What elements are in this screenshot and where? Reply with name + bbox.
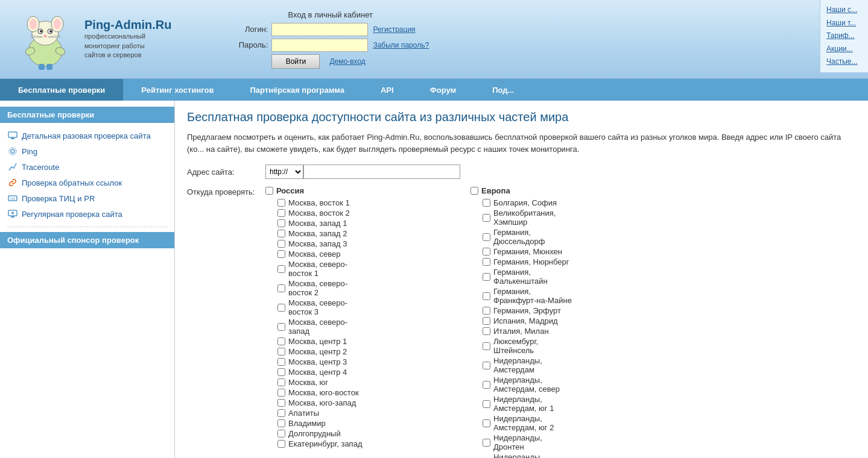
protocol-select[interactable]: http:// https:// (265, 165, 303, 179)
russia-checkbox-1[interactable] (277, 209, 285, 217)
register-link[interactable]: Регистрация (373, 25, 415, 34)
sidebar-item-backlinks[interactable]: Проверка обратных ссылок (0, 175, 174, 190)
russia-checkbox-14[interactable] (277, 378, 285, 386)
login-input[interactable] (271, 23, 368, 36)
demo-link[interactable]: Демо-вход (329, 57, 365, 66)
content-area: Бесплатная проверка доступности сайта из… (175, 101, 868, 458)
europe-checkbox-2[interactable] (483, 233, 490, 241)
sidebar-link-traceroute[interactable]: Traceroute (22, 163, 59, 172)
europe-checkbox-11[interactable] (483, 362, 490, 369)
russia-checkbox-3[interactable] (277, 230, 285, 237)
sidebar-link-regular[interactable]: Регулярная проверка сайта (22, 210, 122, 219)
russia-checkbox-2[interactable] (277, 219, 285, 227)
russia-checkbox-11[interactable] (277, 348, 285, 356)
russia-all-checkbox[interactable] (265, 187, 273, 195)
page-title: Бесплатная проверка доступности сайта из… (187, 110, 856, 124)
russia-checkbox-17[interactable] (277, 409, 285, 417)
sidebar-item-ping[interactable]: Ping (0, 143, 174, 159)
russia-location-item: Долгопрудный (265, 428, 470, 439)
right-link-1[interactable]: Наши с... (826, 4, 862, 17)
svg-rect-26 (11, 216, 14, 218)
login-button[interactable]: Войти (271, 54, 320, 69)
russia-checkbox-20[interactable] (277, 440, 285, 448)
russia-checkbox-7[interactable] (277, 284, 285, 292)
russia-location-item: Москва, центр 2 (265, 347, 470, 357)
russia-location-item: Москва, северо-восток 2 (265, 278, 470, 298)
europe-checkbox-1[interactable] (483, 214, 490, 222)
russia-checkbox-18[interactable] (277, 419, 285, 427)
europe-checkbox-0[interactable] (483, 199, 490, 207)
russia-checkbox-5[interactable] (277, 250, 285, 258)
sidebar-link-tic[interactable]: Проверка ТИЦ и PR (22, 194, 95, 203)
sidebar-item-regular[interactable]: Регулярная проверка сайта (0, 206, 174, 222)
russia-checkbox-4[interactable] (277, 240, 285, 248)
europe-location-item: Германия, Франкфурт-на-Майне (470, 286, 676, 306)
sidebar-link-ping[interactable]: Ping (22, 147, 37, 156)
right-link-4[interactable]: Акции... (826, 43, 862, 56)
europe-checkbox-5[interactable] (483, 273, 490, 281)
right-link-5[interactable]: Частые... (826, 55, 862, 69)
nav-forum[interactable]: Форум (412, 79, 474, 101)
europe-checkbox-12[interactable] (483, 381, 490, 389)
nav-partner-program[interactable]: Партнёрская программа (232, 79, 363, 101)
russia-checkbox-19[interactable] (277, 430, 285, 438)
russia-location-label: Апатиты (288, 409, 367, 418)
europe-checkbox-7[interactable] (483, 307, 490, 315)
russia-checkbox-12[interactable] (277, 358, 285, 366)
location-row: Откуда проверять: Россия Москва, восток … (187, 186, 856, 458)
sidebar: Бесплатные проверки Детальная разовая пр… (0, 101, 175, 458)
europe-checkbox-9[interactable] (483, 327, 490, 335)
russia-checkbox-10[interactable] (277, 337, 285, 345)
russia-checkbox-6[interactable] (277, 265, 285, 273)
europe-checkbox-6[interactable] (483, 292, 490, 300)
svg-point-27 (11, 212, 14, 215)
right-link-3[interactable]: Тариф... (826, 30, 862, 43)
europe-checkbox-3[interactable] (483, 248, 490, 256)
nav-hosting-rating[interactable]: Рейтинг хостингов (123, 79, 232, 101)
russia-header: Россия (265, 186, 470, 195)
europe-location-item: Испания, Мадрид (470, 316, 676, 326)
europe-location-item: Болгария, София (470, 198, 676, 208)
russia-checkbox-9[interactable] (277, 323, 285, 331)
russia-location-label: Москва, северо-восток 3 (288, 298, 367, 316)
europe-checkbox-13[interactable] (483, 400, 490, 408)
russia-checkbox-0[interactable] (277, 199, 285, 207)
europe-location-label: Италия, Милан (493, 327, 572, 336)
europe-location-item: Германия, Дюссельдорф (470, 227, 676, 246)
europe-checkbox-15[interactable] (483, 439, 490, 447)
nav-more[interactable]: Под... (474, 79, 532, 101)
russia-location-item: Москва, север (265, 249, 470, 259)
site-name: Ping-Admin.Ru (84, 18, 171, 32)
url-input-group: http:// https:// (265, 165, 460, 179)
main-layout: Бесплатные проверки Детальная разовая пр… (0, 101, 868, 458)
traceroute-icon (7, 162, 18, 172)
sidebar-link-detail[interactable]: Детальная разовая проверка сайта (22, 131, 151, 140)
europe-all-checkbox[interactable] (470, 187, 478, 195)
sidebar-item-detail[interactable]: Детальная разовая проверка сайта (0, 128, 174, 143)
right-link-2[interactable]: Наши т... (826, 17, 862, 30)
sidebar-divider (7, 227, 167, 227)
europe-checkbox-14[interactable] (483, 419, 490, 427)
svg-point-21 (11, 149, 14, 153)
russia-checkbox-16[interactable] (277, 399, 285, 407)
russia-location-label: Москва, центр 2 (288, 347, 367, 356)
europe-location-label: Нидерланды, Амстердам, юг 1 (493, 395, 572, 413)
russia-checkbox-13[interactable] (277, 368, 285, 376)
nav-free-checks[interactable]: Бесплатные проверки (0, 79, 123, 101)
nav-api[interactable]: API (363, 79, 412, 101)
password-input[interactable] (271, 39, 368, 52)
russia-location-label: Владимир (288, 419, 367, 428)
russia-checkbox-8[interactable] (277, 304, 285, 312)
europe-checkbox-4[interactable] (483, 258, 490, 266)
sidebar-item-traceroute[interactable]: Traceroute (0, 159, 174, 175)
forgot-link[interactable]: Забыли пароль? (373, 41, 429, 49)
europe-checkbox-8[interactable] (483, 317, 490, 325)
russia-checkbox-15[interactable] (277, 389, 285, 397)
url-input[interactable] (303, 165, 460, 179)
europe-checkbox-10[interactable] (483, 342, 490, 350)
europe-location-label: Германия, Нюрнберг (493, 257, 572, 266)
sidebar-item-tic[interactable]: PR Проверка ТИЦ и PR (0, 190, 174, 206)
sidebar-link-backlinks[interactable]: Проверка обратных ссылок (22, 178, 122, 187)
svg-point-9 (49, 30, 52, 33)
address-label: Адрес сайта: (187, 168, 265, 177)
